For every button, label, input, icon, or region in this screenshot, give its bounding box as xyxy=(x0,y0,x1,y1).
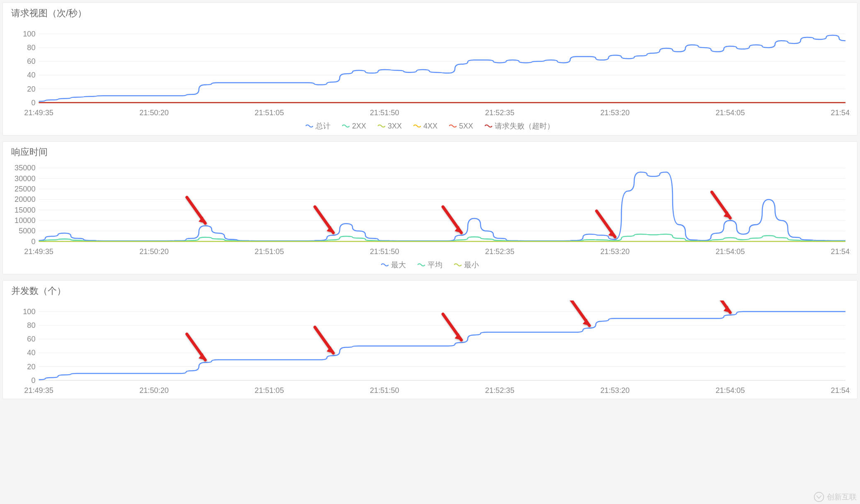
x-tick-label: 21:51:50 xyxy=(370,247,399,256)
legend-item[interactable]: 2XX xyxy=(342,121,366,131)
watermark-icon xyxy=(814,492,824,502)
annotation-arrow xyxy=(187,334,205,360)
y-tick-label: 35000 xyxy=(15,164,36,172)
x-tick-label: 21:49:35 xyxy=(24,247,53,256)
chart-legend: 总计2XX3XX4XX5XX请求失败（超时） xyxy=(10,119,850,133)
legend-label: 请求失败（超时） xyxy=(495,121,554,131)
y-tick-label: 100 xyxy=(23,30,35,38)
x-tick-label: 21:53:20 xyxy=(600,109,630,117)
y-tick-label: 100 xyxy=(23,308,35,316)
legend-label: 3XX xyxy=(388,122,402,131)
y-tick-label: 0 xyxy=(31,376,35,385)
y-tick-label: 80 xyxy=(27,321,35,330)
y-tick-label: 40 xyxy=(27,71,35,79)
legend-item[interactable]: 4XX xyxy=(413,121,437,131)
legend-item[interactable]: 最大 xyxy=(381,260,406,270)
y-tick-label: 0 xyxy=(31,99,35,107)
chart-title: 响应时间 xyxy=(11,146,850,158)
legend-label: 4XX xyxy=(423,122,437,131)
x-tick-label: 21:53:20 xyxy=(600,386,630,395)
x-tick-label: 21:54:05 xyxy=(716,386,745,395)
annotation-arrow xyxy=(712,300,730,313)
chart-plot[interactable]: 020406080100 21:49:3521:50:2021:51:0521:… xyxy=(10,300,850,396)
legend-label: 最小 xyxy=(464,260,479,270)
annotation-arrow xyxy=(571,300,589,325)
annotation-arrow xyxy=(443,207,461,233)
y-tick-label: 20000 xyxy=(15,195,36,204)
legend-label: 总计 xyxy=(316,121,330,131)
y-tick-label: 20 xyxy=(27,85,35,93)
x-tick-label: 21:51:05 xyxy=(255,109,284,117)
x-tick-label: 21:53:20 xyxy=(600,247,630,256)
x-tick-label: 21:50:20 xyxy=(139,247,169,256)
y-tick-label: 80 xyxy=(27,44,35,52)
chart-card-concurrency: 并发数（个） 020406080100 21:49 xyxy=(2,280,858,399)
legend-label: 2XX xyxy=(352,122,366,131)
x-tick-label: 21:50:20 xyxy=(139,386,169,395)
chart-plot[interactable]: 020406080100 21:49:3521:50:2021:51:0521:… xyxy=(10,23,850,119)
series-平均 xyxy=(39,234,845,241)
legend-item[interactable]: 总计 xyxy=(306,121,330,131)
chart-title: 请求视图（次/秒） xyxy=(11,7,850,19)
svg-point-43 xyxy=(814,492,824,502)
annotation-arrow xyxy=(597,211,615,237)
y-tick-label: 40 xyxy=(27,349,35,357)
annotation-arrow xyxy=(187,197,205,223)
x-tick-label: 21:50:20 xyxy=(139,109,169,117)
chart-plot[interactable]: 05000100001500020000250003000035000 21:4… xyxy=(10,162,850,257)
y-tick-label: 20 xyxy=(27,363,35,371)
legend-item[interactable]: 平均 xyxy=(418,260,442,270)
legend-label: 最大 xyxy=(391,260,406,270)
chart-legend: 最大平均最小 xyxy=(10,257,850,271)
annotation-arrow xyxy=(315,327,333,353)
x-tick-label: 21:54:05 xyxy=(716,109,745,117)
x-tick-label: 21:52:35 xyxy=(485,247,515,256)
y-tick-label: 25000 xyxy=(15,185,36,193)
legend-item[interactable]: 5XX xyxy=(449,121,473,131)
y-tick-label: 0 xyxy=(31,237,35,246)
x-tick-label: 21:52:35 xyxy=(485,386,515,395)
annotation-arrow xyxy=(315,207,333,233)
y-tick-label: 60 xyxy=(27,57,35,65)
x-tick-label: 21:51:50 xyxy=(370,386,399,395)
x-tick-label: 21:54:50 xyxy=(831,247,850,256)
chart-card-requests: 请求视图（次/秒） 020406080100 21:49:3521:50:202… xyxy=(2,2,858,136)
annotation-arrow xyxy=(712,192,730,218)
legend-item[interactable]: 最小 xyxy=(454,260,479,270)
x-tick-label: 21:54:50 xyxy=(831,386,850,395)
x-tick-label: 21:51:05 xyxy=(255,386,284,395)
series-并发数 xyxy=(39,312,845,380)
legend-label: 5XX xyxy=(459,122,473,131)
annotation-arrow xyxy=(443,314,461,340)
chart-title: 并发数（个） xyxy=(11,285,850,297)
x-tick-label: 21:49:35 xyxy=(24,386,53,395)
y-tick-label: 30000 xyxy=(15,174,36,183)
x-tick-label: 21:54:05 xyxy=(716,247,745,256)
y-tick-label: 60 xyxy=(27,335,35,343)
x-tick-label: 21:51:50 xyxy=(370,109,399,117)
y-tick-label: 5000 xyxy=(19,227,35,235)
watermark-text: 创新互联 xyxy=(827,492,857,502)
legend-item[interactable]: 请求失败（超时） xyxy=(485,121,554,131)
x-tick-label: 21:49:35 xyxy=(24,109,53,117)
series-总计 xyxy=(39,35,845,101)
legend-label: 平均 xyxy=(428,260,442,270)
chart-card-response: 响应时间 05000100001500020000250003000035000 xyxy=(2,141,858,274)
y-tick-label: 10000 xyxy=(15,216,36,225)
y-tick-label: 15000 xyxy=(15,206,36,214)
x-tick-label: 21:52:35 xyxy=(485,109,515,117)
legend-item[interactable]: 3XX xyxy=(378,121,402,131)
x-tick-label: 21:54:50 xyxy=(831,109,850,117)
x-tick-label: 21:51:05 xyxy=(255,247,284,256)
watermark: 创新互联 xyxy=(814,492,857,502)
